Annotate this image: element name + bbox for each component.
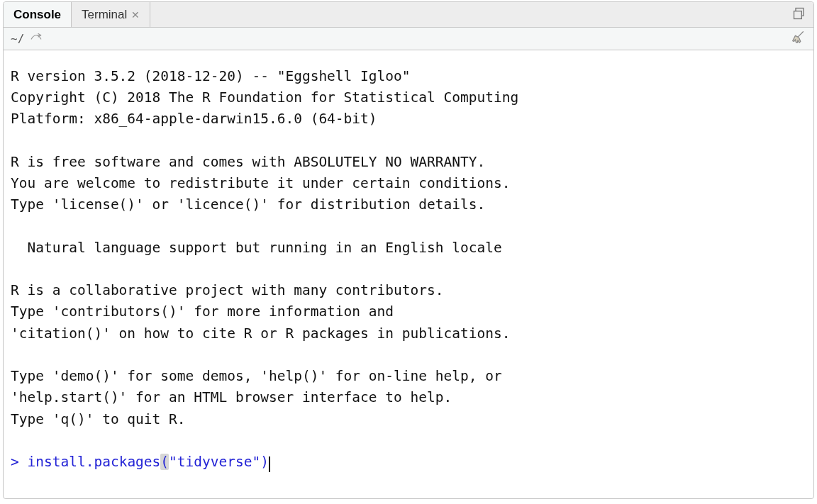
tab-bar: Console Terminal ✕ <box>4 2 813 28</box>
tab-terminal[interactable]: Terminal ✕ <box>72 2 150 27</box>
tab-console[interactable]: Console <box>4 2 72 27</box>
svg-rect-1 <box>794 11 802 18</box>
command-close-paren: ) <box>260 454 269 470</box>
console-output[interactable]: R version 3.5.2 (2018-12-20) -- "Eggshel… <box>4 50 813 498</box>
r-startup-message: R version 3.5.2 (2018-12-20) -- "Eggshel… <box>11 68 518 427</box>
command-open-paren: ( <box>160 454 169 470</box>
tab-terminal-label: Terminal <box>82 8 127 22</box>
console-toolbar: ~/ <box>4 28 813 50</box>
clear-console-icon[interactable] <box>791 30 806 48</box>
close-icon[interactable]: ✕ <box>131 10 140 20</box>
console-prompt-line[interactable]: > install.packages("tidyverse") <box>11 454 270 470</box>
prompt-symbol: > <box>11 454 19 470</box>
working-directory[interactable]: ~/ <box>11 32 24 45</box>
tab-console-label: Console <box>13 8 61 22</box>
command-function: install.packages <box>28 454 161 470</box>
view-directory-icon[interactable] <box>30 33 43 45</box>
console-panel: Console Terminal ✕ ~/ <box>3 1 814 499</box>
text-cursor <box>269 457 270 472</box>
maximize-icon[interactable] <box>792 6 806 23</box>
command-string: "tidyverse" <box>169 454 260 470</box>
